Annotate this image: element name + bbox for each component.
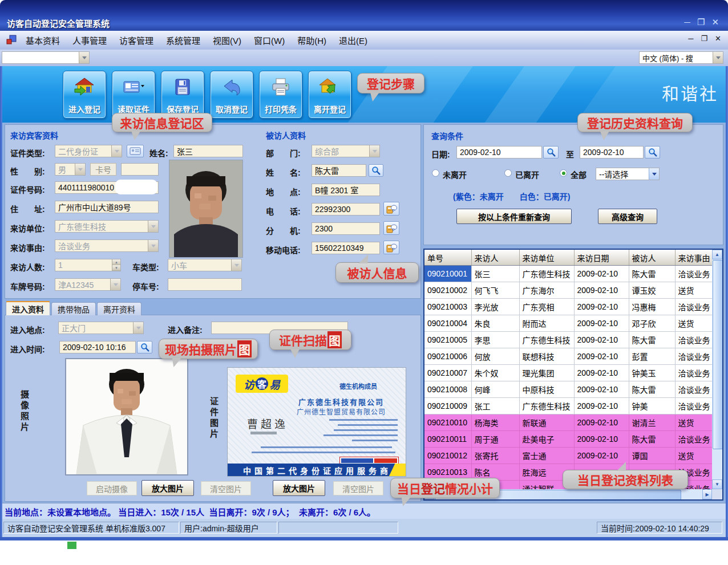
col-header-visitor[interactable]: 来访人 bbox=[471, 250, 519, 266]
quick-search-combo[interactable] bbox=[2, 51, 90, 64]
card-contact-line bbox=[338, 424, 398, 426]
menu-item-visitor[interactable]: 访客管理 bbox=[113, 34, 160, 46]
radio-not-left-label[interactable]: 未离开 bbox=[443, 169, 467, 180]
date-to-picker-button[interactable] bbox=[645, 146, 660, 158]
advanced-query-button[interactable]: 高级查询 bbox=[598, 209, 657, 224]
menu-item-view[interactable]: 视图(V) bbox=[207, 34, 248, 46]
clear-card-button[interactable]: 清空图片 bbox=[333, 481, 383, 495]
phone-field[interactable]: 22992300 bbox=[312, 203, 380, 216]
tab-carried-items[interactable]: 携带物品 bbox=[51, 302, 96, 315]
filter-select[interactable]: --请选择 bbox=[596, 168, 660, 180]
zoom-card-button[interactable]: 放大图片 bbox=[273, 480, 325, 496]
gender-select[interactable]: 男 bbox=[55, 163, 86, 176]
radio-left[interactable] bbox=[504, 169, 512, 177]
visitee-search-button[interactable] bbox=[369, 164, 383, 177]
col-header-company[interactable]: 来访单位 bbox=[519, 250, 574, 266]
dept-select[interactable]: 综合部 bbox=[312, 145, 380, 157]
entry-time-picker-button[interactable] bbox=[137, 341, 152, 353]
tab-entry-info[interactable]: 进入资料 bbox=[6, 301, 50, 315]
clear-photo-button[interactable]: 清空图片 bbox=[201, 481, 251, 495]
requery-button[interactable]: 按以上条件重新查询 bbox=[456, 209, 572, 224]
ext-field[interactable]: 2300 bbox=[312, 222, 380, 235]
table-row[interactable]: 090210011周于通赴美电子2009-02-10陈大雷洽谈业务 bbox=[424, 431, 712, 448]
table-row[interactable]: 090210002何飞飞广东海尔2009-02-10谭玉姣送货 bbox=[424, 282, 712, 299]
vehicle-type-select[interactable]: 小车 bbox=[168, 259, 242, 271]
col-header-visitee[interactable]: 被访人 bbox=[629, 250, 675, 266]
start-camera-button[interactable]: 启动摄像 bbox=[87, 481, 137, 495]
scroll-right-icon[interactable]: ▶ bbox=[702, 489, 712, 499]
child-restore-icon[interactable]: ❐ bbox=[701, 34, 707, 43]
spinner-arrows-icon[interactable]: ▲▼ bbox=[112, 259, 120, 271]
menu-item-help[interactable]: 帮助(H) bbox=[291, 34, 333, 46]
table-row[interactable]: 090210009张工广东德生科技2009-02-10钟美洽谈业务 bbox=[424, 398, 712, 414]
chevron-down-icon bbox=[133, 322, 143, 334]
close-icon[interactable]: ✕ bbox=[711, 17, 719, 27]
table-row[interactable]: 090210003李光放广东亮相2009-02-10冯惠梅洽谈业务 bbox=[424, 299, 712, 315]
table-row[interactable]: 090210008何峰中原科技2009-02-10陈大雷洽谈业务 bbox=[424, 381, 712, 398]
taskbar-fragment bbox=[76, 542, 728, 549]
visitor-count-stepper[interactable]: 1 ▲▼ bbox=[55, 259, 121, 271]
camera-photo-label: 摄像照片 bbox=[18, 390, 30, 433]
chevron-down-icon[interactable] bbox=[649, 168, 659, 180]
visit-company-select[interactable]: 广东德生科技 bbox=[55, 220, 159, 233]
id-type-select[interactable]: 二代身份证 bbox=[55, 145, 122, 157]
restore-icon[interactable]: ❐ bbox=[697, 17, 705, 27]
tab-leave-info[interactable]: 离开资料 bbox=[97, 302, 141, 315]
entry-time-field[interactable]: 2009-02-10 10:16 bbox=[59, 341, 136, 353]
place-field[interactable]: B幢 2301 室 bbox=[312, 184, 380, 196]
radio-left-label[interactable]: 已离开 bbox=[515, 169, 539, 180]
table-row[interactable]: 090210010杨海类新联通2009-02-10谢清兰送货 bbox=[424, 414, 712, 431]
v-scroll-thumb[interactable] bbox=[713, 260, 723, 449]
visit-reason-select[interactable]: 洽谈业务 bbox=[55, 239, 159, 252]
visitor-name-field[interactable]: 张三 bbox=[173, 145, 243, 157]
mobile-field[interactable]: 15602210349 bbox=[312, 242, 380, 254]
menu-item-window[interactable]: 窗口(W) bbox=[248, 34, 291, 46]
child-close-icon[interactable]: ✕ bbox=[715, 34, 721, 43]
date-from-picker-button[interactable] bbox=[543, 146, 559, 158]
col-header-date[interactable]: 来访日期 bbox=[574, 250, 629, 266]
scroll-down-icon[interactable]: ▼ bbox=[712, 479, 722, 489]
visitor-registration-app: { "window": { "title": "访客自动登记安全管理系统", "… bbox=[0, 0, 728, 565]
minimize-icon[interactable]: ─ bbox=[684, 17, 690, 27]
menu-item-exit[interactable]: 退出(E) bbox=[333, 34, 374, 46]
leave-registration-button[interactable]: 离开登记 bbox=[308, 71, 351, 119]
chevron-down-icon[interactable] bbox=[713, 52, 723, 63]
menu-item-hr[interactable]: 人事管理 bbox=[66, 34, 113, 46]
date-from-field[interactable]: 2009-02-10 bbox=[456, 146, 542, 158]
radio-all[interactable] bbox=[560, 169, 567, 177]
col-header-reason[interactable]: 来访事由 bbox=[675, 250, 712, 266]
scroll-up-icon[interactable]: ▲ bbox=[712, 250, 722, 259]
zoom-photo-button[interactable]: 放大图片 bbox=[141, 480, 194, 496]
table-row[interactable]: 090210005李思广东德生科技2009-02-10陈大雷洽谈业务 bbox=[424, 332, 712, 348]
language-bar-select[interactable]: 中文 (简体) - 搜 bbox=[639, 51, 723, 64]
dial-phone-button[interactable] bbox=[383, 202, 399, 216]
chevron-down-icon[interactable] bbox=[79, 52, 89, 63]
cancel-registration-button[interactable]: 取消登记 bbox=[210, 71, 253, 119]
card-no-field[interactable] bbox=[121, 163, 159, 176]
child-minimize-icon[interactable]: ─ bbox=[688, 34, 693, 43]
table-row[interactable]: 090210007朱个奴理光集团2009-02-10钟美玉洽谈业务 bbox=[424, 365, 712, 381]
table-row[interactable]: 090210004朱良附而达2009-02-10邓子欣送货 bbox=[424, 315, 712, 332]
radio-all-label[interactable]: 全部 bbox=[571, 169, 587, 180]
visitee-name-field[interactable]: 陈大雷 bbox=[312, 164, 366, 177]
print-receipt-button[interactable]: 打印凭条 bbox=[259, 71, 302, 119]
enter-registration-button[interactable]: 进入登记 bbox=[63, 71, 106, 119]
parking-field[interactable] bbox=[168, 278, 242, 291]
menu-item-basic[interactable]: 基本资料 bbox=[19, 34, 66, 46]
scan-id-button[interactable] bbox=[127, 145, 144, 157]
read-id-button[interactable]: 读取证件 bbox=[112, 71, 155, 119]
address-field[interactable]: 广州市中山大道89号 bbox=[55, 201, 159, 213]
card-no-button[interactable]: 卡号 bbox=[90, 163, 116, 176]
table-row[interactable]: 090210012张寄托富士通2009-02-10谭国送货 bbox=[424, 448, 712, 464]
table-row[interactable]: 090210006何放联想科技2009-02-10彭置洽谈业务 bbox=[424, 348, 712, 365]
table-row[interactable]: 090210001张三广东德生科技2009-02-10陈大雷洽谈业务 bbox=[424, 266, 712, 282]
radio-not-left[interactable] bbox=[432, 169, 439, 177]
entry-place-select[interactable]: 正大门 bbox=[58, 322, 144, 334]
plate-select[interactable]: 津A12345 bbox=[55, 278, 121, 291]
dial-mobile-button[interactable] bbox=[383, 241, 399, 254]
save-registration-button[interactable]: 保存登记 bbox=[161, 71, 204, 119]
dial-ext-button[interactable] bbox=[383, 221, 399, 235]
menu-item-system[interactable]: 系统管理 bbox=[160, 34, 207, 46]
col-header-no[interactable]: 单号 bbox=[424, 250, 471, 266]
date-to-field[interactable]: 2009-02-10 bbox=[580, 146, 644, 158]
